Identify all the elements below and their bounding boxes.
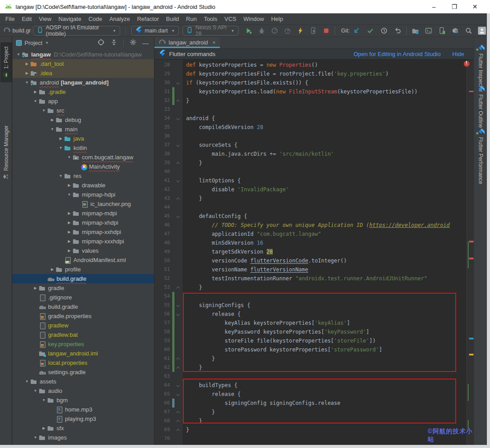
run-config-selector[interactable]: main.dart ▼ [131, 26, 179, 36]
menu-code[interactable]: Code [85, 14, 106, 24]
tree-item-mipmap-hdpi[interactable]: ▼mipmap-hdpi [12, 190, 154, 199]
tree-item-.dart_tool[interactable]: ▶.dart_tool [12, 59, 154, 69]
collapse-all-icon[interactable] [110, 39, 117, 47]
chevron-collapsed-icon[interactable]: ▶ [66, 249, 73, 253]
inspection-error-icon[interactable] [464, 61, 470, 67]
tree-item-assets[interactable]: ▼assets [12, 377, 154, 386]
code-text[interactable] [182, 132, 186, 141]
fold-marker-icon[interactable] [174, 158, 182, 167]
code-text[interactable]: release { [182, 390, 241, 399]
tree-item-android[interactable]: ▼android[langaw_android] [12, 78, 154, 87]
chevron-expanded-icon[interactable]: ▼ [32, 436, 39, 440]
code-text[interactable]: sourceSets { [182, 141, 238, 149]
open-in-android-studio-link[interactable]: Open for Editing in Android Studio [353, 51, 441, 57]
fold-marker-icon[interactable] [174, 354, 182, 363]
chevron-collapsed-icon[interactable]: ▶ [66, 230, 73, 234]
fold-marker-icon[interactable] [174, 390, 182, 399]
tree-item-images[interactable]: ▼images [12, 433, 154, 442]
tool-button-flutter-outline[interactable]: Flutter Outline [475, 85, 486, 128]
code-text[interactable]: } [182, 425, 189, 434]
chevron-expanded-icon[interactable]: ▼ [40, 109, 47, 113]
chevron-expanded-icon[interactable]: ▼ [66, 193, 73, 197]
code-text[interactable]: applicationId "com.bugcatt.langaw" [182, 230, 321, 238]
tool-button-resource-manager[interactable]: Resource Manager [0, 121, 12, 184]
update-project-button[interactable] [352, 26, 361, 36]
chevron-collapsed-icon[interactable]: ▶ [24, 71, 30, 75]
menu-tools[interactable]: Tools [200, 14, 221, 24]
menu-view[interactable]: View [35, 14, 55, 24]
tree-item-debug[interactable]: ▶debug [12, 115, 154, 125]
code-text[interactable] [182, 105, 186, 114]
tree-item-res[interactable]: ▼res [12, 171, 154, 181]
tree-item-MainActivity[interactable]: MainActivity [12, 162, 154, 171]
tree-item-.idea[interactable]: ▶.idea [12, 69, 154, 78]
tree-item-mipmap-mdpi[interactable]: ▶mipmap-mdpi [12, 209, 154, 218]
code-text[interactable]: def keystorePropertiesFile = rootProject… [182, 69, 389, 78]
commit-button[interactable] [365, 26, 375, 36]
tree-item-kotlin[interactable]: ▼kotlin [12, 143, 154, 153]
chevron-down-icon[interactable]: ▼ [45, 41, 49, 45]
menu-navigate[interactable]: Navigate [55, 14, 85, 24]
code-text[interactable]: defaultConfig { [182, 212, 247, 221]
code-text[interactable]: if (keystorePropertiesFile.exists()) { [182, 78, 308, 87]
tree-item-values[interactable]: ▶values [12, 246, 154, 255]
chevron-expanded-icon[interactable]: ▼ [40, 398, 47, 402]
fold-marker-icon[interactable] [174, 212, 182, 221]
menu-run[interactable]: Run [182, 14, 200, 24]
fold-marker-icon[interactable] [174, 425, 182, 434]
code-text[interactable] [182, 372, 186, 381]
chevron-expanded-icon[interactable]: ▼ [66, 155, 73, 159]
menu-help[interactable]: Help [267, 14, 287, 24]
code-text[interactable] [182, 292, 186, 301]
tree-item-gradle[interactable]: ▶gradle [12, 283, 154, 293]
hide-panel-icon[interactable]: — [142, 40, 149, 47]
fold-marker-icon[interactable] [174, 176, 182, 185]
code-text[interactable]: } [182, 363, 202, 372]
code-text[interactable] [182, 167, 186, 176]
code-text[interactable]: versionName flutterVersionName [182, 265, 308, 274]
code-text[interactable]: // TODO: Specify your own unique Applica… [182, 221, 450, 230]
tree-item-mipmap-xxhdpi[interactable]: ▶mipmap-xxhdpi [12, 227, 154, 237]
fold-marker-icon[interactable] [174, 78, 182, 87]
tree-item-.gitignore[interactable]: .gitignore [12, 293, 154, 302]
fold-marker-icon[interactable] [174, 363, 182, 372]
locate-icon[interactable] [97, 39, 105, 47]
tree-item-com.bugcatt.langaw[interactable]: ▼com.bugcatt.langaw [12, 153, 154, 162]
code-text[interactable]: keyPassword keystoreProperties['keyPassw… [182, 327, 369, 336]
chevron-collapsed-icon[interactable]: ▶ [32, 286, 39, 290]
tree-item-build.gradle[interactable]: build.gradle [12, 302, 154, 311]
attach-profiler-button[interactable] [283, 26, 292, 36]
tree-item-build.gradle[interactable]: build.gradle [12, 274, 154, 283]
chevron-collapsed-icon[interactable]: ▶ [57, 137, 64, 141]
menu-refactor[interactable]: Refactor [134, 14, 162, 24]
stop-button[interactable] [321, 26, 331, 36]
code-text[interactable]: android { [182, 114, 215, 123]
tree-item-playing.mp3[interactable]: ?playing.mp3 [12, 414, 154, 424]
code-text[interactable]: } [182, 96, 189, 105]
chevron-collapsed-icon[interactable]: ▶ [66, 183, 73, 187]
code-text[interactable]: } [182, 416, 202, 425]
code-text[interactable]: keyAlias keystoreProperties['keyAlias'] [182, 319, 350, 327]
code-area[interactable]: 28def keystoreProperties = new Propertie… [154, 61, 474, 443]
profile-button[interactable] [270, 26, 279, 36]
tree-item-main[interactable]: ▼main [12, 125, 154, 134]
code-text[interactable]: targetSdkVersion 28 [182, 247, 273, 256]
code-text[interactable]: keystoreProperties.load(new FileInputStr… [182, 87, 417, 96]
run-button[interactable] [244, 26, 254, 36]
menu-edit[interactable]: Edit [18, 14, 35, 24]
tree-item-langaw_android.iml[interactable]: langaw_android.iml [12, 349, 154, 358]
code-text[interactable]: testInstrumentationRunner "androidx.test… [182, 274, 427, 283]
code-text[interactable]: minSdkVersion 16 [182, 238, 263, 247]
tree-item-home.mp3[interactable]: ?home.mp3 [12, 405, 154, 414]
sdk-manager-button[interactable] [450, 26, 460, 36]
search-everywhere-button[interactable] [464, 26, 474, 36]
tree-item-audio[interactable]: ▼audio [12, 386, 154, 396]
code-text[interactable]: main.java.srcDirs += 'src/main/kotlin' [182, 149, 334, 158]
chevron-expanded-icon[interactable]: ▼ [57, 174, 64, 178]
chevron-expanded-icon[interactable]: ▼ [32, 99, 39, 103]
chevron-expanded-icon[interactable]: ▼ [32, 389, 39, 393]
tree-item-app[interactable]: ▼app [12, 97, 154, 106]
tree-item-AndroidManifest.xml[interactable]: MFAndroidManifest.xml [12, 255, 154, 265]
code-text[interactable]: } [182, 194, 202, 203]
fold-marker-icon[interactable] [174, 114, 182, 123]
